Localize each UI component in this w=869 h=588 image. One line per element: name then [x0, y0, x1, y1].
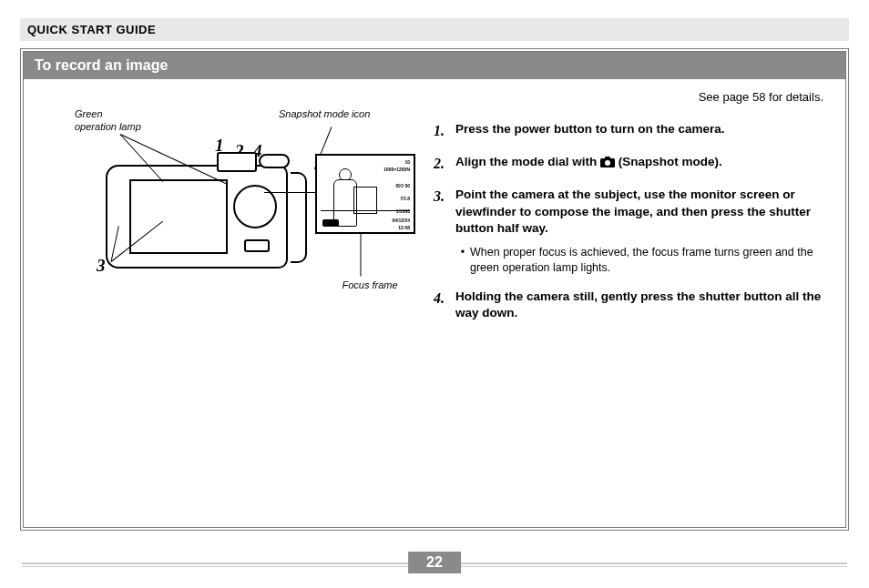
- step-1: 1. Press the power button to turn on the…: [434, 121, 827, 141]
- svg-rect-1: [605, 157, 610, 159]
- callout-3: 3: [97, 256, 106, 276]
- label-focus-frame: Focus frame: [324, 279, 415, 292]
- screen-inset: 10 1600×1200N ISO 50 F2.8 1/1000 04/12/2…: [315, 154, 415, 234]
- svg-point-2: [605, 160, 610, 166]
- camera-icon: [600, 157, 615, 167]
- step-text: Press the power button to turn on the ca…: [455, 121, 827, 141]
- page-footer: 22: [0, 550, 869, 577]
- content-box: To record an image See page 58 for detai…: [20, 48, 849, 531]
- inset-text: 04/12/24: [393, 218, 410, 224]
- step-4: 4. Holding the camera still, gently pres…: [434, 289, 827, 322]
- section-header: QUICK START GUIDE: [20, 18, 849, 41]
- steps-area: 1. Press the power button to turn on the…: [434, 121, 827, 335]
- sub-text: When proper focus is achieved, the focus…: [470, 245, 827, 276]
- topic-bar: To record an image: [24, 52, 845, 79]
- leader-line: [361, 233, 362, 277]
- step-number: 4.: [434, 289, 455, 322]
- label-green-lamp: Green operation lamp: [75, 108, 175, 134]
- step-sub-item: • When proper focus is achieved, the foc…: [455, 245, 827, 276]
- columns: Green operation lamp Snapshot mode icon …: [42, 121, 827, 335]
- step-sublist: • When proper focus is achieved, the foc…: [455, 245, 827, 276]
- inset-text: F2.8: [401, 196, 410, 202]
- leader-line: [264, 192, 317, 193]
- step-text: Holding the camera still, gently press t…: [455, 289, 827, 322]
- camera-grip: [291, 172, 307, 263]
- camera-top-dial: [259, 154, 290, 168]
- diagram-area: Green operation lamp Snapshot mode icon …: [42, 121, 434, 321]
- step-3: 3. Point the camera at the subject, use …: [434, 187, 827, 276]
- step-2: 2. Align the mode dial with (Snapshot mo…: [434, 154, 827, 174]
- inset-text: 12:58: [398, 225, 410, 231]
- step-text: Align the mode dial with (Snapshot mode)…: [455, 154, 827, 174]
- step-number: 2.: [434, 154, 455, 174]
- step-number: 3.: [434, 187, 455, 276]
- manual-page: QUICK START GUIDE To record an image See…: [0, 0, 869, 588]
- inset-mode-chip: [322, 219, 339, 227]
- camera-screen: [129, 179, 228, 254]
- step-body: Point the camera at the subject, use the…: [455, 187, 827, 276]
- camera-illustration: [106, 148, 302, 276]
- topic-title: To record an image: [35, 57, 168, 73]
- label-snapshot-icon: Snapshot mode icon: [279, 108, 406, 121]
- inset-text: ISO 50: [395, 183, 410, 189]
- camera-button-group: [244, 239, 270, 252]
- bullet-icon: •: [455, 245, 470, 276]
- see-page-note: See page 58 for details.: [699, 90, 823, 104]
- step-text-pre: Align the mode dial with: [455, 155, 600, 168]
- inset-text: 1/1000: [396, 208, 410, 215]
- step-number: 1.: [434, 121, 455, 141]
- content-inner: See page 58 for details. Green operation…: [24, 79, 845, 516]
- page-number: 22: [408, 552, 461, 573]
- steps-list: 1. Press the power button to turn on the…: [434, 121, 827, 322]
- step-text-post: (Snapshot mode).: [615, 155, 722, 168]
- step-text: Point the camera at the subject, use the…: [455, 188, 811, 235]
- section-title: QUICK START GUIDE: [27, 23, 156, 36]
- inset-text: 1600×1200N: [383, 167, 410, 173]
- inset-text: 10: [404, 159, 410, 166]
- camera-viewfinder: [217, 152, 257, 172]
